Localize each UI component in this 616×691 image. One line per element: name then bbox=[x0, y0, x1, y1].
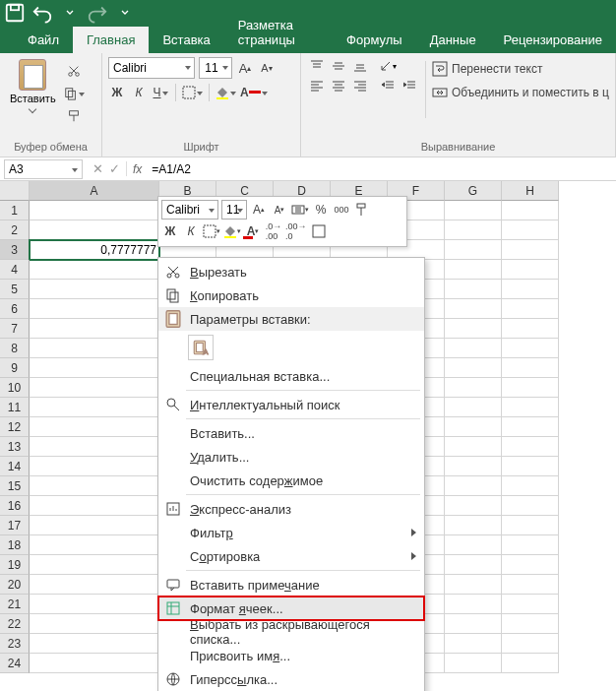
cell[interactable] bbox=[30, 496, 159, 516]
mini-format-painter[interactable] bbox=[353, 200, 371, 220]
undo-dropdown[interactable] bbox=[59, 2, 81, 24]
cell[interactable] bbox=[30, 476, 159, 496]
increase-indent-button[interactable] bbox=[400, 77, 419, 94]
cell[interactable] bbox=[30, 339, 159, 358]
cell[interactable] bbox=[445, 358, 502, 378]
cell[interactable] bbox=[445, 595, 502, 614]
row-header-3[interactable]: 3 bbox=[0, 240, 30, 260]
underline-button[interactable]: Ч bbox=[152, 83, 169, 102]
cell[interactable] bbox=[502, 555, 559, 575]
merge-center-button[interactable]: Объединить и поместить в ц bbox=[432, 85, 609, 100]
italic-button[interactable]: К bbox=[130, 83, 148, 102]
cell[interactable] bbox=[30, 555, 159, 575]
tab-formulas[interactable]: Формулы bbox=[333, 27, 416, 53]
row-header-22[interactable]: 22 bbox=[0, 614, 30, 634]
ctx-pick-from-list[interactable]: Выбрать из раскрывающегося списка... bbox=[158, 620, 424, 644]
cell[interactable] bbox=[445, 634, 502, 654]
save-button[interactable] bbox=[4, 2, 26, 24]
cell[interactable] bbox=[502, 634, 559, 654]
align-bottom-button[interactable] bbox=[350, 57, 370, 75]
row-header-17[interactable]: 17 bbox=[0, 516, 30, 535]
cell[interactable] bbox=[502, 417, 559, 437]
cell[interactable] bbox=[502, 358, 559, 378]
decrease-indent-button[interactable] bbox=[378, 77, 398, 94]
row-header-20[interactable]: 20 bbox=[0, 575, 30, 595]
cell[interactable] bbox=[30, 280, 159, 299]
shrink-font-button[interactable]: A▾ bbox=[258, 58, 276, 78]
row-header-23[interactable]: 23 bbox=[0, 634, 30, 654]
row-header-1[interactable]: 1 bbox=[0, 201, 30, 220]
cell[interactable] bbox=[445, 654, 502, 673]
cell[interactable] bbox=[502, 437, 559, 457]
font-size-input[interactable] bbox=[199, 57, 232, 79]
cell[interactable] bbox=[30, 654, 159, 673]
bold-button[interactable]: Ж bbox=[108, 83, 126, 102]
mini-increase-decimal[interactable]: .0→.00 bbox=[265, 221, 282, 241]
col-header-G[interactable]: G bbox=[445, 181, 502, 201]
cell[interactable] bbox=[445, 398, 502, 417]
cell[interactable] bbox=[445, 575, 502, 595]
undo-button[interactable] bbox=[31, 2, 53, 24]
grow-font-button[interactable]: A▴ bbox=[236, 58, 254, 78]
mini-accounting-format[interactable]: ▾ bbox=[291, 200, 309, 220]
col-header-H[interactable]: H bbox=[502, 181, 559, 201]
mini-font-size[interactable]: 11 bbox=[221, 200, 247, 220]
row-header-7[interactable]: 7 bbox=[0, 319, 30, 339]
ctx-smart-lookup[interactable]: Интеллектуальный поиск bbox=[158, 393, 424, 416]
cell[interactable] bbox=[30, 378, 159, 398]
enter-formula-button[interactable]: ✓ bbox=[109, 161, 120, 176]
cell[interactable] bbox=[30, 614, 159, 634]
cell[interactable] bbox=[502, 457, 559, 476]
cut-button[interactable] bbox=[64, 61, 85, 81]
cell[interactable] bbox=[445, 535, 502, 555]
cell[interactable] bbox=[502, 220, 559, 240]
cell[interactable] bbox=[30, 398, 159, 417]
mini-shrink-font[interactable]: A▾ bbox=[271, 200, 288, 220]
cancel-formula-button[interactable]: ✕ bbox=[92, 161, 103, 176]
row-header-2[interactable]: 2 bbox=[0, 220, 30, 240]
mini-percent[interactable]: % bbox=[312, 200, 330, 220]
ctx-define-name[interactable]: Присвоить имя... bbox=[158, 644, 424, 667]
cell[interactable] bbox=[445, 555, 502, 575]
cell[interactable] bbox=[445, 437, 502, 457]
row-header-21[interactable]: 21 bbox=[0, 595, 30, 614]
cell[interactable] bbox=[502, 614, 559, 634]
tab-home[interactable]: Главная bbox=[73, 27, 149, 53]
cell[interactable] bbox=[502, 654, 559, 673]
ctx-delete[interactable]: Удалить... bbox=[158, 445, 424, 469]
cell[interactable] bbox=[30, 516, 159, 535]
cell[interactable] bbox=[445, 319, 502, 339]
orientation-button[interactable]: ▾ bbox=[378, 57, 398, 75]
cell[interactable] bbox=[30, 319, 159, 339]
row-header-11[interactable]: 11 bbox=[0, 398, 30, 417]
row-header-13[interactable]: 13 bbox=[0, 437, 30, 457]
mini-merge[interactable] bbox=[310, 221, 328, 241]
formula-input[interactable] bbox=[148, 162, 616, 176]
ctx-filter[interactable]: Фильтр bbox=[158, 521, 424, 544]
cell[interactable] bbox=[445, 516, 502, 535]
cell[interactable] bbox=[445, 280, 502, 299]
cell[interactable]: 0,7777777 bbox=[30, 240, 159, 260]
cell[interactable] bbox=[445, 417, 502, 437]
cell[interactable] bbox=[30, 437, 159, 457]
borders-button[interactable] bbox=[182, 83, 203, 102]
ctx-quick-analysis[interactable]: Экспресс-анализ bbox=[158, 497, 424, 521]
cell[interactable] bbox=[445, 339, 502, 358]
cell[interactable] bbox=[445, 476, 502, 496]
row-header-4[interactable]: 4 bbox=[0, 260, 30, 280]
ctx-insert[interactable]: Вставить... bbox=[158, 421, 424, 445]
cell[interactable] bbox=[30, 457, 159, 476]
copy-button[interactable] bbox=[64, 84, 85, 103]
cell[interactable] bbox=[30, 535, 159, 555]
wrap-text-button[interactable]: Перенести текст bbox=[432, 61, 609, 77]
cell[interactable] bbox=[502, 280, 559, 299]
row-header-19[interactable]: 19 bbox=[0, 555, 30, 575]
cell[interactable] bbox=[30, 358, 159, 378]
align-left-button[interactable] bbox=[307, 77, 327, 94]
mini-italic[interactable]: К bbox=[182, 221, 200, 241]
align-right-button[interactable] bbox=[350, 77, 370, 94]
name-box[interactable]: A3 bbox=[4, 159, 83, 179]
customize-qat[interactable] bbox=[114, 2, 136, 24]
mini-decrease-decimal[interactable]: .00→.0 bbox=[285, 221, 307, 241]
tab-file[interactable]: Файл bbox=[14, 27, 73, 53]
